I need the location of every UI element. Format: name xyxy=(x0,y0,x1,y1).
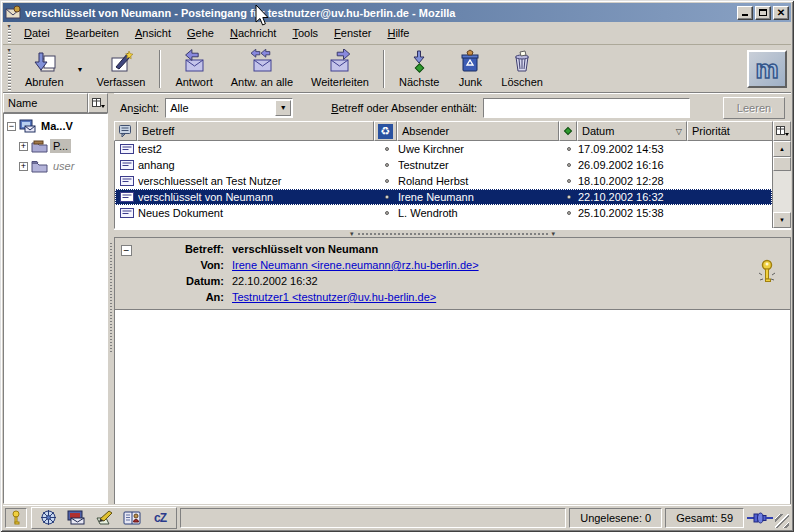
to-address-link[interactable]: Testnutzer1 <testnutzer@uv.hu-berlin.de> xyxy=(232,291,436,303)
read-status-dot[interactable] xyxy=(560,195,578,199)
read-status-dot[interactable] xyxy=(560,147,578,151)
read-column-header[interactable] xyxy=(559,121,577,141)
status-message-area xyxy=(180,508,566,528)
junk-status-dot[interactable] xyxy=(375,163,398,167)
mail-row[interactable]: Neues Dokument L. Wendroth 25.10.2002 15… xyxy=(115,205,772,221)
close-icon: ✕ xyxy=(777,8,785,17)
read-status-dot[interactable] xyxy=(560,163,578,167)
get-mail-dropdown[interactable]: ▼ xyxy=(73,46,88,92)
message-pane-splitter[interactable]: ▾ ▾ xyxy=(114,229,791,237)
toolbar-grippy[interactable]: ▾ xyxy=(5,47,13,91)
security-key-icon[interactable] xyxy=(5,508,27,528)
forward-button[interactable]: Weiterleiten xyxy=(302,46,378,92)
next-button[interactable]: Nächste xyxy=(390,46,448,92)
online-status-icon[interactable] xyxy=(747,508,773,528)
filter-input[interactable] xyxy=(483,98,690,118)
scrollbar-track[interactable] xyxy=(773,171,791,212)
junk-column-header[interactable]: ♻ xyxy=(374,121,397,141)
mail-row-selected[interactable]: verschlüsselt von Neumann Irene Neumann … xyxy=(115,189,772,205)
subject-column-header[interactable]: Betreff xyxy=(137,121,374,141)
folder-label-server[interactable]: Ma...V xyxy=(38,119,76,133)
scroll-down-button[interactable]: ▼ xyxy=(773,212,791,228)
expand-twisty-icon[interactable]: + xyxy=(19,142,28,151)
reply-all-button[interactable]: Antw. an alle xyxy=(222,46,302,92)
titlebar[interactable]: verschlüsselt von Neumann - Posteingang … xyxy=(3,3,791,22)
mail-date: 26.09.2002 16:16 xyxy=(578,159,688,171)
get-mail-button[interactable]: Abrufen xyxy=(16,46,73,92)
view-select-dropdown-icon[interactable]: ▼ xyxy=(275,100,291,116)
view-select[interactable]: Alle ▼ xyxy=(165,98,293,118)
folder-row-server[interactable]: − Ma...V xyxy=(4,116,107,136)
folder-name-column-header[interactable]: Name xyxy=(3,93,88,113)
mail-sender: Testnutzer xyxy=(398,159,560,171)
scroll-up-icon: ▲ xyxy=(779,146,785,152)
resize-grip[interactable] xyxy=(775,514,789,528)
folder-row-user[interactable]: + user xyxy=(4,156,107,176)
folder-label-inbox[interactable]: P... xyxy=(50,139,71,153)
reply-all-label: Antw. an alle xyxy=(231,76,293,88)
filter-label: Betreff oder Absender enthält: xyxy=(331,102,477,114)
mail-component-icon[interactable] xyxy=(62,508,90,528)
junk-button[interactable]: Junk xyxy=(448,46,492,92)
menu-datei[interactable]: Datei xyxy=(16,24,58,42)
thread-column-picker-button[interactable] xyxy=(773,121,791,141)
collapse-headers-button[interactable]: − xyxy=(121,245,132,256)
menu-ansicht[interactable]: Ansicht xyxy=(127,24,179,42)
thread-column-header[interactable] xyxy=(114,121,137,141)
chatzilla-icon[interactable]: cZ xyxy=(146,508,174,528)
mail-row[interactable]: anhang Testnutzer 26.09.2002 16:16 xyxy=(115,157,772,173)
envelope-icon xyxy=(115,160,138,170)
mail-row[interactable]: verschluesselt an Test Nutzer Roland Her… xyxy=(115,173,772,189)
mozilla-logo-letter: m xyxy=(755,56,778,82)
priority-column-header[interactable]: Priorität xyxy=(687,121,773,141)
folder-label-user[interactable]: user xyxy=(50,159,77,173)
junk-status-dot[interactable] xyxy=(375,211,398,215)
minimize-button[interactable] xyxy=(737,6,753,20)
composer-icon[interactable] xyxy=(90,508,118,528)
collapse-twisty-icon[interactable]: − xyxy=(7,122,16,131)
mozilla-mail-app-icon xyxy=(5,5,21,21)
menu-nachricht[interactable]: Nachricht xyxy=(222,24,284,42)
total-count-panel: Gesamt: 59 xyxy=(665,508,744,528)
unread-count-panel: Ungelesene: 0 xyxy=(569,508,662,528)
navigator-icon[interactable] xyxy=(34,508,62,528)
address-book-icon[interactable] xyxy=(118,508,146,528)
date-column-header[interactable]: Datum▽ xyxy=(577,121,687,141)
mozilla-logo[interactable]: m xyxy=(747,50,787,88)
compose-label: Verfassen xyxy=(96,76,145,88)
compose-button[interactable]: Verfassen xyxy=(87,46,154,92)
scroll-up-button[interactable]: ▲ xyxy=(773,141,791,157)
from-address-link[interactable]: Irene Neumann <irene.neumann@rz.hu-berli… xyxy=(232,259,479,271)
junk-status-dot[interactable] xyxy=(375,147,398,151)
menu-fenster[interactable]: Fenster xyxy=(326,24,379,42)
junk-status-dot[interactable] xyxy=(375,195,398,199)
clear-button[interactable]: Leeren xyxy=(723,97,785,119)
menu-gehe[interactable]: Gehe xyxy=(179,24,222,42)
thread-scrollbar[interactable]: ▲ ▼ xyxy=(772,141,791,228)
message-subject: verschlüsselt von Neumann xyxy=(232,243,750,255)
menu-hilfe[interactable]: Hilfe xyxy=(379,24,417,42)
folder-row-inbox[interactable]: + P... xyxy=(4,136,107,156)
maximize-button[interactable] xyxy=(755,6,771,20)
menu-tools[interactable]: Tools xyxy=(284,24,326,42)
junk-status-dot[interactable] xyxy=(375,179,398,183)
thread-pane: Betreff ♻ Absender Datum▽ Priorität xyxy=(114,121,791,229)
scrollbar-thumb[interactable] xyxy=(773,157,791,171)
menu-bearbeiten[interactable]: Bearbeiten xyxy=(58,24,127,42)
mail-row[interactable]: test2 Uwe Kirchner 17.09.2002 14:53 xyxy=(115,141,772,157)
delete-button[interactable]: Löschen xyxy=(492,46,552,92)
expand-twisty-icon[interactable]: + xyxy=(19,162,28,171)
chatzilla-label: cZ xyxy=(154,511,166,525)
read-status-dot[interactable] xyxy=(560,179,578,183)
sender-column-header[interactable]: Absender xyxy=(397,121,559,141)
junk-icon xyxy=(457,49,483,75)
message-body[interactable] xyxy=(115,310,790,504)
folder-icon xyxy=(31,159,48,173)
folder-column-picker-button[interactable] xyxy=(88,93,108,113)
envelope-icon xyxy=(115,176,138,186)
read-status-dot[interactable] xyxy=(560,211,578,215)
menubar-grippy[interactable]: ▾ xyxy=(5,23,13,43)
toolbar-separator xyxy=(159,50,161,88)
close-button[interactable]: ✕ xyxy=(773,6,789,20)
reply-button[interactable]: Antwort xyxy=(166,46,221,92)
